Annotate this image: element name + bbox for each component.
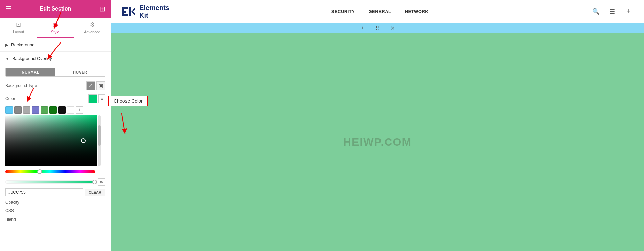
sidebar: ☰ Edit Section ⊞ ⊡ Layout ◑ Style ⚙ Adva… xyxy=(0,0,111,251)
top-nav: Elements Kit SECURITY GENERAL NETWORK 🔍 … xyxy=(111,0,644,23)
sidebar-content: ▶ Background ▼ Background Overlay NORMAL… xyxy=(0,38,111,251)
svg-rect-4 xyxy=(129,7,131,16)
color-list-btn[interactable]: ≡ xyxy=(98,94,105,103)
hue-slider-row xyxy=(0,166,111,177)
menu-button[interactable]: ☰ xyxy=(607,6,618,17)
nav-security[interactable]: SECURITY xyxy=(331,9,355,14)
picker-scrollbar[interactable] xyxy=(98,115,101,166)
opacity-track-row: ✏ xyxy=(0,177,111,186)
color-presets: + xyxy=(0,105,111,115)
clear-button[interactable]: CLEAR xyxy=(85,189,105,196)
tab-style[interactable]: ◑ Style xyxy=(37,18,74,38)
bg-type-gradient-btn[interactable]: ▣ xyxy=(96,81,105,90)
preset-blue[interactable] xyxy=(32,106,39,114)
nav-general[interactable]: GENERAL xyxy=(368,9,391,14)
nav-logo: Elements Kit xyxy=(121,4,169,19)
bg-type-solid-btn[interactable]: ✓ xyxy=(86,81,95,90)
search-button[interactable]: 🔍 xyxy=(591,6,601,17)
style-icon: ◑ xyxy=(53,21,58,28)
main-area: Elements Kit SECURITY GENERAL NETWORK 🔍 … xyxy=(111,0,644,251)
state-tab-normal[interactable]: NORMAL xyxy=(6,68,55,76)
preset-add-btn[interactable]: + xyxy=(76,106,83,114)
hue-thumb[interactable] xyxy=(37,169,42,174)
logo-text: Elements Kit xyxy=(139,4,169,19)
choose-color-box: Choose Color xyxy=(108,96,148,106)
hex-row: CLEAR xyxy=(0,186,111,198)
color-label: Color xyxy=(5,96,88,101)
close-section-btn[interactable]: ✕ xyxy=(388,24,396,32)
eyedropper-btn[interactable]: ✏ xyxy=(98,178,105,186)
color-picker-wrapper xyxy=(0,115,111,166)
preset-white[interactable] xyxy=(67,106,74,114)
background-overlay-section: ▼ Background Overlay NORMAL HOVER Backgr… xyxy=(0,52,111,206)
tab-layout-label: Layout xyxy=(13,30,24,34)
logo-line1: Elements xyxy=(139,4,169,12)
chevron-down-icon: ▼ xyxy=(5,56,9,61)
menu-icon[interactable]: ☰ xyxy=(5,5,12,13)
css-label: CSS xyxy=(5,208,105,213)
sidebar-tabs: ⊡ Layout ◑ Style ⚙ Advanced xyxy=(0,18,111,38)
background-section-label: Background xyxy=(11,42,34,47)
grid-icon[interactable]: ⊞ xyxy=(99,5,105,13)
blend-row: Blend xyxy=(0,215,111,224)
add-button[interactable]: + xyxy=(623,6,634,17)
logo-line2: Kit xyxy=(139,12,169,19)
color-swatch[interactable] xyxy=(88,94,97,103)
opacity-thumb[interactable] xyxy=(92,180,97,184)
logo-icon xyxy=(121,4,136,19)
green-content: ‹ HEIWP.COM xyxy=(111,33,644,251)
color-row: Color ≡ xyxy=(0,92,111,105)
svg-marker-5 xyxy=(131,7,135,16)
tab-style-label: Style xyxy=(51,30,59,34)
edit-section-title: Edit Section xyxy=(40,6,71,12)
svg-rect-1 xyxy=(122,7,128,9)
svg-rect-2 xyxy=(122,11,126,13)
opacity-preview xyxy=(98,168,105,175)
preset-gray1[interactable] xyxy=(14,106,22,114)
chevron-right-icon: ▶ xyxy=(5,43,8,47)
sidebar-header: ☰ Edit Section ⊞ xyxy=(0,0,111,18)
choose-color-label: Choose Color xyxy=(114,98,143,104)
opacity-label-row: Opacity xyxy=(0,198,111,206)
color-controls: ≡ xyxy=(88,94,105,103)
background-type-controls: ✓ ▣ xyxy=(86,81,105,90)
preset-green2[interactable] xyxy=(49,106,57,114)
css-row: CSS xyxy=(0,206,111,215)
nav-network[interactable]: NETWORK xyxy=(405,9,429,14)
picker-scrollbar-thumb xyxy=(98,125,101,146)
tab-layout[interactable]: ⊡ Layout xyxy=(0,18,37,38)
svg-rect-3 xyxy=(122,14,128,16)
background-overlay-header[interactable]: ▼ Background Overlay xyxy=(0,52,111,65)
state-tab-hover[interactable]: HOVER xyxy=(55,68,105,76)
blend-label: Blend xyxy=(5,217,105,222)
color-gradient-picker[interactable] xyxy=(5,115,97,166)
hue-slider[interactable] xyxy=(5,170,95,173)
state-tabs: NORMAL HOVER xyxy=(5,68,105,77)
tab-advanced[interactable]: ⚙ Advanced xyxy=(74,18,111,38)
preset-cyan[interactable] xyxy=(5,106,13,114)
background-type-label: Background Type xyxy=(5,83,86,88)
layout-icon: ⊡ xyxy=(16,21,21,28)
eyedropper-icon: ✏ xyxy=(100,180,104,185)
site-label: HEIWP.COM xyxy=(343,136,412,148)
blue-bar: + ⠿ ✕ xyxy=(111,23,644,33)
hex-input[interactable] xyxy=(5,188,83,196)
opacity-slider[interactable] xyxy=(5,180,95,184)
background-type-row: Background Type ✓ ▣ xyxy=(0,79,111,92)
preset-green1[interactable] xyxy=(41,106,48,114)
preset-black[interactable] xyxy=(58,106,66,114)
add-section-btn[interactable]: + xyxy=(359,24,367,32)
opacity-label: Opacity xyxy=(5,200,19,205)
nav-actions: 🔍 ☰ + xyxy=(591,6,634,17)
advanced-icon: ⚙ xyxy=(90,21,95,28)
nav-links: SECURITY GENERAL NETWORK xyxy=(331,9,429,14)
background-section[interactable]: ▶ Background xyxy=(0,38,111,52)
move-section-btn[interactable]: ⠿ xyxy=(373,24,382,32)
preset-gray2[interactable] xyxy=(23,106,30,114)
background-overlay-label: Background Overlay xyxy=(12,56,52,61)
tab-advanced-label: Advanced xyxy=(84,30,100,34)
